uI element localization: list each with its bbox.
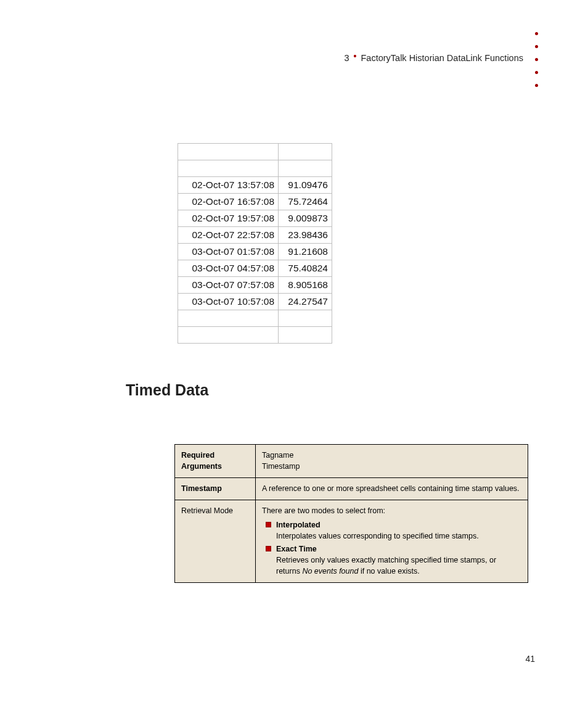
table-row: 02-Oct-07 13:57:0891.09476 [178, 177, 332, 194]
table-row: 02-Oct-07 16:57:0875.72464 [178, 194, 332, 210]
mode-bullet-interpolated: Interpolated Interpolates values corresp… [266, 519, 521, 542]
arg-value: Tagname Timestamp [256, 445, 528, 478]
mode-bullet-exact-time: Exact Time Retrieves only values exactly… [266, 543, 521, 577]
mode-desc: Retrieves only values exactly matching s… [276, 555, 521, 577]
value-cell: 75.72464 [279, 194, 332, 210]
chapter-title: FactoryTalk Historian DataLink Functions [361, 53, 523, 63]
section-heading: Timed Data [126, 381, 208, 399]
decorative-dot-column [535, 32, 538, 87]
timestamp-cell: 03-Oct-07 07:57:08 [178, 277, 279, 294]
bullet-square-icon [266, 546, 271, 551]
value-cell: 8.905168 [279, 277, 332, 294]
timestamp-cell: 03-Oct-07 04:57:08 [178, 260, 279, 277]
arg-value: A reference to one or more spreadsheet c… [256, 478, 528, 500]
timestamp-cell: 03-Oct-07 01:57:08 [178, 244, 279, 260]
table-row: Retrieval Mode There are two modes to se… [175, 500, 528, 583]
timestamp-cell: 02-Oct-07 19:57:08 [178, 210, 279, 227]
arg-label: Timestamp [175, 478, 256, 500]
mode-desc: Interpolates values corresponding to spe… [276, 530, 479, 542]
arg-value-line: Timestamp [262, 461, 521, 472]
table-row: 02-Oct-07 19:57:089.009873 [178, 210, 332, 227]
value-cell: 91.09476 [279, 177, 332, 194]
table-row [178, 144, 332, 160]
value-cell: 23.98436 [279, 227, 332, 244]
timestamp-cell: 02-Oct-07 22:57:08 [178, 227, 279, 244]
mode-name: Interpolated [276, 519, 479, 530]
arg-value: There are two modes to select from: Inte… [256, 500, 528, 583]
table-row: 03-Oct-07 10:57:0824.27547 [178, 294, 332, 310]
page-number: 41 [525, 654, 535, 664]
table-row [178, 310, 332, 327]
timestamp-cell: 02-Oct-07 16:57:08 [178, 194, 279, 210]
table-row: 03-Oct-07 07:57:088.905168 [178, 277, 332, 294]
value-cell: 9.009873 [279, 210, 332, 227]
value-cell: 91.21608 [279, 244, 332, 260]
table-row: 02-Oct-07 22:57:0823.98436 [178, 227, 332, 244]
page-header: 3 • FactoryTalk Historian DataLink Funct… [344, 53, 523, 63]
mode-name: Exact Time [276, 543, 521, 555]
table-row: Timestamp A reference to one or more spr… [175, 478, 528, 500]
arguments-table: Required Arguments Tagname Timestamp Tim… [174, 444, 528, 583]
arg-label: Retrieval Mode [175, 500, 256, 583]
modes-intro: There are two modes to select from: [262, 505, 521, 516]
value-cell: 75.40824 [279, 260, 332, 277]
example-spreadsheet: 02-Oct-07 13:57:0891.0947602-Oct-07 16:5… [178, 143, 332, 344]
timestamp-cell: 02-Oct-07 13:57:08 [178, 177, 279, 194]
chapter-number: 3 [344, 53, 349, 63]
table-row: 03-Oct-07 01:57:0891.21608 [178, 244, 332, 260]
table-row: Required Arguments Tagname Timestamp [175, 445, 528, 478]
table-row [178, 327, 332, 344]
table-row [178, 160, 332, 177]
arg-label: Required Arguments [175, 445, 256, 478]
bullet-square-icon [266, 522, 271, 527]
chapter-dot-icon: • [354, 51, 357, 61]
timestamp-cell: 03-Oct-07 10:57:08 [178, 294, 279, 310]
arg-value-line: Tagname [262, 450, 521, 461]
table-row: 03-Oct-07 04:57:0875.40824 [178, 260, 332, 277]
value-cell: 24.27547 [279, 294, 332, 310]
